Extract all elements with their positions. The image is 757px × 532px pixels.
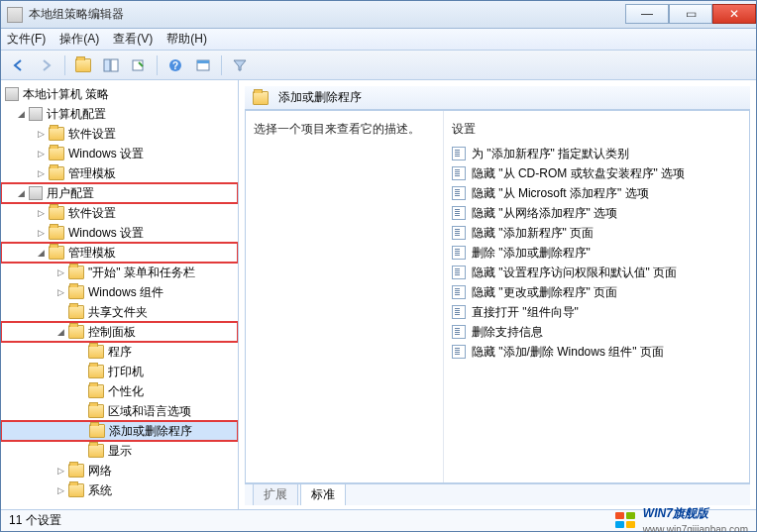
tree-shared-folders[interactable]: ▷ 共享文件夹 — [1, 302, 238, 322]
policy-item-icon — [452, 206, 466, 220]
tab-extended[interactable]: 扩展 — [253, 483, 298, 505]
expand-icon[interactable]: ▷ — [35, 227, 47, 239]
collapse-icon[interactable]: ◢ — [35, 247, 47, 259]
tree-cc-windows[interactable]: ▷ Windows 设置 — [1, 144, 238, 163]
minimize-button[interactable]: — — [625, 4, 669, 24]
description-prompt: 选择一个项目来查看它的描述。 — [254, 121, 435, 138]
setting-item[interactable]: 隐藏 "从 Microsoft 添加程序" 选项 — [448, 183, 745, 203]
expand-icon[interactable]: ▷ — [54, 465, 66, 477]
settings-column-header[interactable]: 设置 — [448, 119, 745, 144]
menu-view[interactable]: 查看(V) — [113, 31, 153, 48]
setting-item[interactable]: 隐藏 "从网络添加程序" 选项 — [448, 203, 745, 223]
export-list-icon[interactable] — [127, 54, 151, 76]
setting-item[interactable]: 隐藏 "添加新程序" 页面 — [448, 223, 745, 243]
tree-label: 系统 — [88, 482, 112, 499]
settings-pane[interactable]: 设置 为 "添加新程序" 指定默认类别隐藏 "从 CD-ROM 或软盘安装程序"… — [444, 111, 749, 482]
collapse-icon[interactable]: ◢ — [15, 108, 27, 120]
window-title: 本地组策略编辑器 — [29, 6, 625, 23]
tree-root[interactable]: 本地计算机 策略 — [1, 84, 238, 104]
forward-button[interactable] — [35, 54, 58, 76]
expand-icon[interactable]: ▷ — [54, 286, 66, 298]
setting-label: 为 "添加新程序" 指定默认类别 — [472, 146, 629, 162]
setting-item[interactable]: 隐藏 "从 CD-ROM 或软盘安装程序" 选项 — [448, 163, 745, 183]
tree-label: 打印机 — [108, 364, 144, 380]
tree-computer-config[interactable]: ◢ 计算机配置 — [1, 104, 238, 124]
policy-root-icon — [5, 87, 19, 101]
expand-icon[interactable]: ▷ — [35, 167, 47, 179]
collapse-icon[interactable]: ◢ — [54, 326, 66, 338]
right-header: 添加或删除程序 — [245, 86, 750, 110]
tree-label: 管理模板 — [68, 165, 116, 182]
setting-item[interactable]: 删除支持信息 — [448, 322, 745, 342]
setting-item[interactable]: 直接打开 "组件向导" — [448, 302, 745, 322]
svg-rect-6 — [197, 60, 209, 63]
maximize-button[interactable]: ▭ — [669, 4, 712, 24]
svg-text:?: ? — [172, 60, 178, 71]
expand-icon[interactable]: ▷ — [35, 148, 47, 160]
tree-win-components[interactable]: ▷ Windows 组件 — [1, 282, 238, 302]
tree-label: Windows 设置 — [68, 146, 144, 162]
tree-uc-windows[interactable]: ▷ Windows 设置 — [1, 223, 238, 243]
tree-add-remove-programs[interactable]: ▷ 添加或删除程序 — [1, 421, 238, 441]
folder-icon — [89, 424, 105, 438]
setting-item[interactable]: 为 "添加新程序" 指定默认类别 — [448, 144, 745, 163]
policy-item-icon — [452, 305, 466, 319]
tree-uc-software[interactable]: ▷ 软件设置 — [1, 203, 238, 223]
folder-icon — [68, 305, 84, 319]
expand-icon[interactable]: ▷ — [54, 266, 66, 278]
tree-system[interactable]: ▷ 系统 — [1, 480, 238, 500]
expand-icon[interactable]: ▷ — [35, 207, 47, 219]
tree-user-config[interactable]: ◢ 用户配置 — [1, 183, 238, 203]
filter-icon[interactable] — [228, 54, 252, 76]
tree-printers[interactable]: ▷ 打印机 — [1, 362, 238, 381]
policy-item-icon — [452, 226, 466, 240]
back-button[interactable] — [7, 54, 31, 76]
show-hide-tree-icon[interactable] — [99, 54, 123, 76]
setting-item[interactable]: 隐藏 "设置程序访问权限和默认值" 页面 — [448, 263, 745, 282]
close-button[interactable]: ✕ — [712, 4, 756, 24]
tree-label: 个性化 — [108, 383, 144, 400]
tree-region-lang[interactable]: ▷ 区域和语言选项 — [1, 401, 238, 421]
tree-cc-admin[interactable]: ▷ 管理模板 — [1, 163, 238, 183]
setting-item[interactable]: 删除 "添加或删除程序" — [448, 243, 745, 263]
expand-icon[interactable]: ▷ — [35, 128, 47, 140]
up-folder-icon[interactable] — [71, 54, 95, 76]
tree-label: 程序 — [108, 344, 132, 361]
folder-icon — [68, 325, 84, 339]
tree-network[interactable]: ▷ 网络 — [1, 461, 238, 480]
right-pane: 添加或删除程序 选择一个项目来查看它的描述。 设置 为 "添加新程序" 指定默认… — [239, 80, 756, 509]
tree-pane[interactable]: 本地计算机 策略 ◢ 计算机配置 ▷ 软件设置 ▷ Windows 设置 ▷ 管… — [1, 80, 239, 509]
tab-standard[interactable]: 标准 — [300, 483, 346, 505]
tree-display[interactable]: ▷ 显示 — [1, 441, 238, 461]
tree-uc-admin[interactable]: ◢ 管理模板 — [1, 243, 238, 263]
help-icon[interactable]: ? — [163, 54, 187, 76]
folder-icon — [88, 404, 104, 418]
folder-icon — [68, 266, 84, 279]
menu-file[interactable]: 文件(F) — [7, 31, 46, 48]
computer-icon — [29, 107, 43, 121]
tree-control-panel[interactable]: ◢ 控制面板 — [1, 322, 238, 342]
policy-item-icon — [452, 266, 466, 279]
tree-label: 用户配置 — [47, 185, 94, 202]
tree-start-taskbar[interactable]: ▷ "开始" 菜单和任务栏 — [1, 263, 238, 282]
setting-item[interactable]: 隐藏 "添加/删除 Windows 组件" 页面 — [448, 342, 745, 362]
policy-item-icon — [452, 345, 466, 359]
app-icon — [7, 7, 23, 23]
folder-icon — [49, 166, 64, 180]
tree-programs[interactable]: ▷ 程序 — [1, 342, 238, 362]
tree-cc-software[interactable]: ▷ 软件设置 — [1, 124, 238, 144]
menu-help[interactable]: 帮助(H) — [166, 31, 207, 48]
right-body: 选择一个项目来查看它的描述。 设置 为 "添加新程序" 指定默认类别隐藏 "从 … — [245, 110, 750, 483]
properties-icon[interactable] — [191, 54, 215, 76]
tree-personalization[interactable]: ▷ 个性化 — [1, 381, 238, 401]
content-area: 本地计算机 策略 ◢ 计算机配置 ▷ 软件设置 ▷ Windows 设置 ▷ 管… — [1, 80, 756, 509]
menu-action[interactable]: 操作(A) — [59, 31, 99, 48]
setting-item[interactable]: 隐藏 "更改或删除程序" 页面 — [448, 282, 745, 302]
collapse-icon[interactable]: ◢ — [15, 187, 27, 199]
tree-label: 软件设置 — [68, 126, 116, 143]
setting-label: 直接打开 "组件向导" — [472, 304, 579, 321]
tree-label: Windows 组件 — [88, 284, 163, 301]
expand-icon[interactable]: ▷ — [54, 484, 66, 496]
policy-item-icon — [452, 166, 466, 180]
folder-icon — [49, 127, 64, 141]
